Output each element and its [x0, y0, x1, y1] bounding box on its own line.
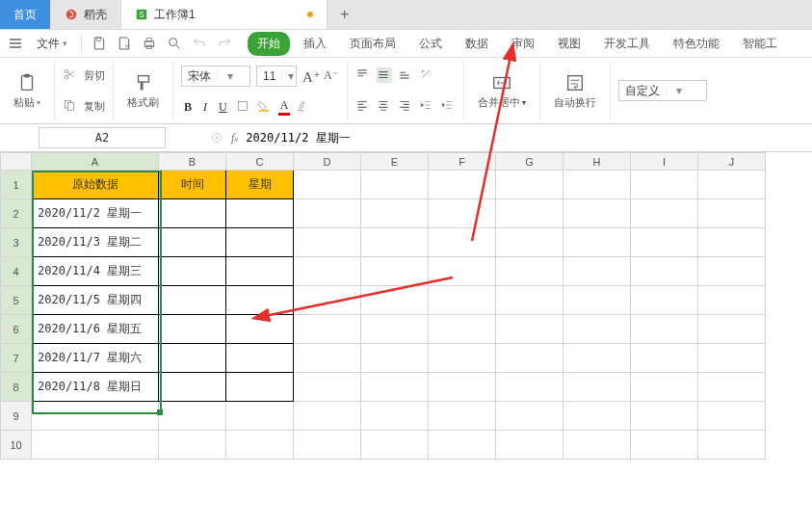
- cell[interactable]: [294, 257, 361, 286]
- cell[interactable]: [361, 286, 429, 315]
- wrap-text-button[interactable]: 自动换行: [548, 72, 602, 110]
- cell[interactable]: [496, 344, 563, 373]
- align-right-icon[interactable]: [398, 98, 413, 114]
- cell[interactable]: [631, 257, 698, 286]
- cell[interactable]: [631, 344, 698, 373]
- ribbon-tab-smart[interactable]: 智能工: [733, 32, 787, 56]
- cell[interactable]: [563, 373, 631, 402]
- indent-decrease-icon[interactable]: [419, 98, 434, 114]
- print-icon[interactable]: [142, 36, 157, 51]
- cell[interactable]: [563, 402, 631, 431]
- cell[interactable]: [294, 315, 361, 344]
- cell[interactable]: 2020/11/6 星期五: [32, 315, 159, 344]
- row-header[interactable]: 3: [1, 228, 32, 257]
- ribbon-tab-page-layout[interactable]: 页面布局: [340, 32, 406, 56]
- cell[interactable]: 2020/11/2 星期一: [32, 199, 159, 228]
- cell[interactable]: [563, 199, 631, 228]
- cell[interactable]: [361, 373, 429, 402]
- cell[interactable]: [429, 315, 496, 344]
- cell[interactable]: [361, 257, 429, 286]
- col-header[interactable]: D: [294, 153, 361, 171]
- align-top-icon[interactable]: [355, 67, 371, 83]
- save-icon[interactable]: [92, 36, 107, 51]
- select-all-corner[interactable]: [1, 153, 32, 171]
- cell[interactable]: [698, 228, 766, 257]
- col-header[interactable]: C: [226, 153, 294, 171]
- col-header[interactable]: E: [361, 153, 429, 171]
- cell[interactable]: [361, 402, 429, 431]
- cell[interactable]: [429, 257, 496, 286]
- cell[interactable]: [563, 315, 631, 344]
- tab-workbook[interactable]: S 工作簿1: [121, 0, 327, 29]
- cell[interactable]: [294, 228, 361, 257]
- cancel-edit-icon[interactable]: [210, 131, 223, 145]
- cell[interactable]: 2020/11/7 星期六: [32, 344, 159, 373]
- cell[interactable]: [226, 257, 294, 286]
- row-header[interactable]: 10: [1, 431, 32, 460]
- cell[interactable]: [159, 286, 226, 315]
- cell[interactable]: [294, 199, 361, 228]
- cell[interactable]: [226, 315, 294, 344]
- row-header[interactable]: 5: [1, 286, 32, 315]
- paste-button[interactable]: 粘贴▾: [8, 72, 46, 110]
- new-tab-button[interactable]: +: [327, 0, 362, 29]
- increase-font-icon[interactable]: A⁺: [302, 68, 318, 84]
- cell[interactable]: [429, 171, 496, 199]
- redo-icon[interactable]: [217, 36, 232, 51]
- print-preview-icon[interactable]: [167, 36, 182, 51]
- cell[interactable]: [226, 286, 294, 315]
- cell[interactable]: [496, 373, 563, 402]
- cell[interactable]: [496, 431, 563, 460]
- orientation-icon[interactable]: [419, 67, 434, 83]
- tab-home[interactable]: 首页: [0, 0, 51, 29]
- cell[interactable]: [563, 228, 631, 257]
- ribbon-tab-dev[interactable]: 开发工具: [594, 32, 660, 56]
- cell[interactable]: [631, 373, 698, 402]
- name-box[interactable]: A2: [39, 127, 166, 148]
- cell[interactable]: [496, 228, 563, 257]
- merge-center-button[interactable]: 合并居中▾: [472, 72, 532, 110]
- cell[interactable]: [429, 199, 496, 228]
- cell[interactable]: [496, 257, 563, 286]
- cell[interactable]: [226, 199, 294, 228]
- cell[interactable]: [631, 315, 698, 344]
- cell[interactable]: [294, 171, 361, 199]
- clear-format-icon[interactable]: [296, 99, 311, 115]
- save-as-icon[interactable]: [117, 36, 132, 51]
- font-color-button[interactable]: A: [278, 98, 291, 116]
- col-header[interactable]: A: [32, 153, 159, 171]
- fill-color-button[interactable]: [257, 99, 273, 115]
- cell[interactable]: [361, 171, 429, 199]
- italic-button[interactable]: I: [200, 100, 210, 115]
- cell[interactable]: [159, 402, 226, 431]
- cell[interactable]: [563, 344, 631, 373]
- align-middle-icon[interactable]: [377, 67, 392, 83]
- cell[interactable]: 2020/11/3 星期二: [32, 228, 159, 257]
- cell[interactable]: [159, 257, 226, 286]
- cell[interactable]: 2020/11/8 星期日: [32, 373, 159, 402]
- cell[interactable]: [159, 228, 226, 257]
- tab-daoke[interactable]: 稻壳: [51, 0, 121, 29]
- cell[interactable]: [159, 344, 226, 373]
- cell[interactable]: [226, 373, 294, 402]
- cell[interactable]: [32, 402, 159, 431]
- number-format-combo[interactable]: 自定义▾: [618, 80, 707, 101]
- formula-input[interactable]: [238, 128, 812, 147]
- ribbon-tab-start[interactable]: 开始: [248, 32, 290, 56]
- ribbon-tab-review[interactable]: 审阅: [502, 32, 544, 56]
- cell[interactable]: [226, 344, 294, 373]
- cell[interactable]: [496, 402, 563, 431]
- ribbon-tab-view[interactable]: 视图: [548, 32, 590, 56]
- cell[interactable]: [226, 402, 294, 431]
- border-button[interactable]: [236, 99, 251, 115]
- ribbon-tab-formula[interactable]: 公式: [409, 32, 452, 56]
- col-header[interactable]: B: [159, 153, 226, 171]
- cell[interactable]: [698, 431, 766, 460]
- ribbon-tab-data[interactable]: 数据: [456, 32, 498, 56]
- align-bottom-icon[interactable]: [398, 67, 413, 83]
- cell[interactable]: [631, 171, 698, 199]
- col-header[interactable]: H: [563, 153, 631, 171]
- cell[interactable]: [631, 431, 698, 460]
- bold-button[interactable]: B: [181, 100, 195, 115]
- cell[interactable]: [631, 228, 698, 257]
